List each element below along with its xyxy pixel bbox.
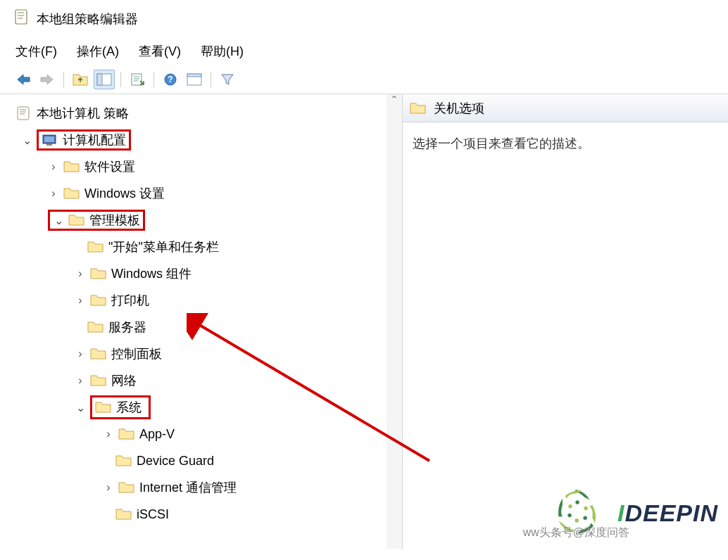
tree-pane: 本地计算机 策略 ⌄ 计算机配置 › 软件设置 › Windows 设置 ⌄ — [0, 94, 403, 549]
detail-header: 关机选项 — [403, 94, 728, 122]
svg-point-12 — [584, 507, 588, 511]
tree-label: Windows 组件 — [111, 265, 192, 282]
toolbar-separator — [120, 72, 121, 87]
chevron-down-icon[interactable]: ⌄ — [75, 401, 86, 414]
folder-icon — [90, 347, 107, 361]
highlight-box: 系统 — [90, 395, 151, 419]
tree-control-panel[interactable]: › 控制面板 — [75, 341, 399, 367]
chevron-right-icon[interactable]: › — [48, 160, 59, 173]
tree-printers[interactable]: › 打印机 — [75, 287, 399, 314]
svg-point-13 — [583, 516, 587, 520]
tree-label: "开始"菜单和任务栏 — [108, 238, 219, 255]
tree-label: 计算机配置 — [63, 132, 126, 148]
menubar: 文件(F) 操作(A) 查看(V) 帮助(H) — [0, 37, 728, 67]
tree-iscsi[interactable]: iSCSI — [115, 501, 399, 528]
folder-icon — [63, 186, 80, 201]
highlight-box: 计算机配置 — [37, 129, 131, 151]
show-hide-tree-button[interactable] — [94, 70, 115, 89]
tree-label: 打印机 — [111, 292, 149, 309]
svg-rect-8 — [44, 136, 54, 142]
scrollbar[interactable]: ˆ — [387, 94, 402, 549]
folder-icon — [115, 454, 132, 468]
highlight-box: ⌄ 管理模板 — [48, 210, 145, 231]
tree-computer-config[interactable]: ⌄ 计算机配置 — [21, 127, 399, 153]
folder-icon — [90, 374, 107, 388]
svg-text:?: ? — [168, 75, 172, 84]
chevron-right-icon[interactable]: › — [75, 374, 86, 387]
folder-icon — [95, 400, 112, 414]
tree-label: 服务器 — [108, 319, 146, 336]
chevron-right-icon[interactable]: › — [103, 481, 114, 494]
menu-file[interactable]: 文件(F) — [15, 43, 57, 60]
tree-root[interactable]: 本地计算机 策略 — [15, 100, 399, 127]
tree-label: 控制面板 — [111, 345, 162, 362]
toolbar-separator — [63, 72, 64, 87]
folder-icon — [410, 101, 427, 115]
tree-software-settings[interactable]: › 软件设置 — [48, 153, 399, 180]
export-button[interactable] — [127, 70, 148, 89]
tree-network[interactable]: › 网络 — [75, 367, 399, 394]
chevron-down-icon[interactable]: ⌄ — [21, 134, 32, 147]
toolbar-separator — [153, 72, 154, 87]
tree-appv[interactable]: › App-V — [103, 421, 399, 447]
svg-point-15 — [567, 514, 572, 518]
forward-button[interactable] — [37, 70, 58, 89]
filter-button[interactable] — [217, 70, 238, 89]
tree-label: 管理模板 — [89, 212, 140, 229]
folder-icon — [87, 240, 104, 254]
tree-device-guard[interactable]: Device Guard — [115, 447, 399, 474]
svg-rect-1 — [97, 74, 102, 85]
titlebar: 本地组策略编辑器 — [0, 0, 728, 37]
svg-rect-6 — [187, 74, 201, 77]
watermark-brand: IDEEPIN — [617, 499, 718, 527]
help-button[interactable]: ? — [160, 70, 181, 89]
folder-icon — [118, 427, 135, 441]
toolbar: ? — [0, 67, 728, 94]
up-folder-button[interactable] — [70, 70, 91, 89]
folder-icon — [90, 267, 107, 281]
menu-action[interactable]: 操作(A) — [77, 43, 119, 60]
tree-admin-templates[interactable]: ⌄ 管理模板 — [48, 207, 399, 234]
folder-icon — [68, 213, 85, 227]
tree-windows-components[interactable]: › Windows 组件 — [75, 260, 399, 287]
svg-rect-2 — [132, 74, 142, 85]
policy-icon — [15, 106, 32, 120]
computer-icon — [42, 133, 58, 147]
chevron-down-icon[interactable]: ⌄ — [53, 214, 64, 227]
properties-button[interactable] — [184, 70, 205, 89]
svg-point-16 — [568, 504, 572, 509]
tree-label: App-V — [139, 427, 175, 442]
menu-help[interactable]: 帮助(H) — [201, 43, 244, 60]
tree-server[interactable]: 服务器 — [87, 314, 399, 341]
svg-rect-9 — [46, 144, 52, 146]
chevron-right-icon[interactable]: › — [75, 294, 86, 307]
tree-label: Internet 通信管理 — [139, 479, 237, 496]
folder-icon — [118, 481, 135, 495]
folder-icon — [115, 507, 132, 521]
chevron-right-icon[interactable]: › — [75, 267, 86, 280]
tree-label: iSCSI — [137, 507, 169, 522]
tree-label: Device Guard — [137, 454, 214, 469]
detail-title: 关机选项 — [434, 100, 484, 117]
tree-label: 软件设置 — [84, 158, 135, 175]
chevron-right-icon[interactable]: › — [103, 428, 114, 440]
tree-label: Windows 设置 — [84, 185, 165, 202]
tree-windows-settings[interactable]: › Windows 设置 — [48, 180, 399, 207]
tree-system[interactable]: ⌄ 系统 — [75, 394, 399, 421]
detail-body: 选择一个项目来查看它的描述。 — [403, 122, 728, 165]
watermark-credit: ww头条号@深度问答 — [523, 526, 629, 540]
folder-icon — [87, 320, 104, 334]
tree-label: 网络 — [111, 372, 137, 389]
menu-view[interactable]: 查看(V) — [139, 43, 181, 60]
tree-label: 本地计算机 策略 — [37, 105, 129, 122]
back-button[interactable] — [13, 70, 34, 89]
chevron-right-icon[interactable]: › — [75, 348, 86, 360]
tree-start-menu[interactable]: "开始"菜单和任务栏 — [87, 234, 399, 260]
window-title: 本地组策略编辑器 — [37, 11, 138, 27]
toolbar-separator — [211, 72, 211, 87]
tree-internet-comm[interactable]: › Internet 通信管理 — [103, 474, 399, 501]
chevron-right-icon[interactable]: › — [48, 187, 59, 200]
folder-icon — [90, 293, 107, 307]
tree-label: 系统 — [116, 399, 142, 416]
scroll-up-icon[interactable]: ˆ — [387, 94, 401, 108]
